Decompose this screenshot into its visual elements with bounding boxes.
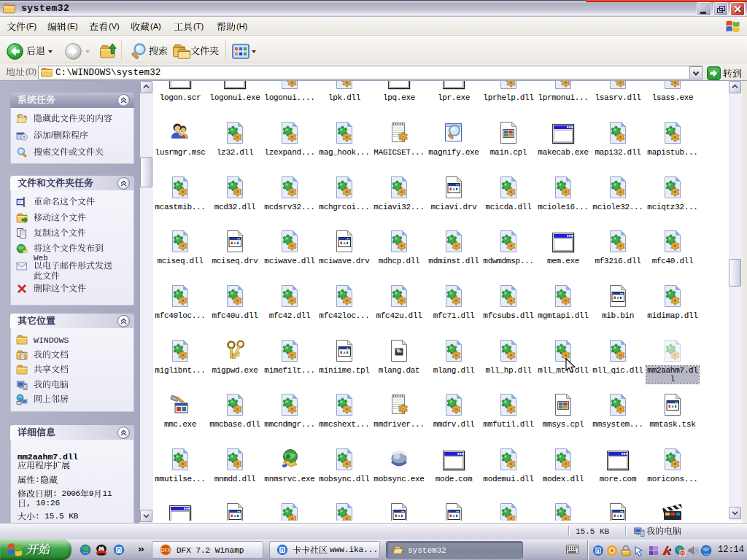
svg-text:DFX: DFX bbox=[161, 548, 171, 553]
